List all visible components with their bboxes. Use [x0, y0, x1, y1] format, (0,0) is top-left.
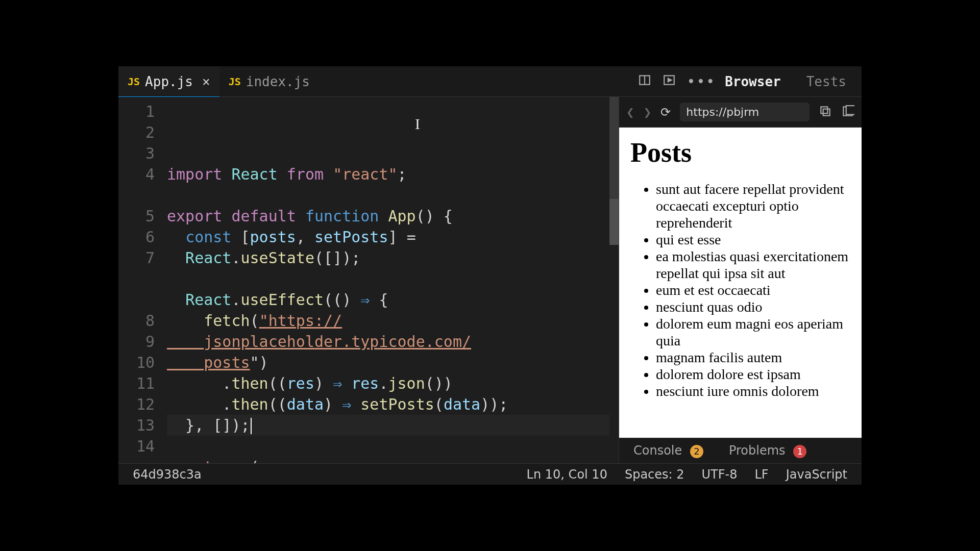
- tab-bar: JS App.js × JS index.js ••• Browser Test…: [118, 66, 862, 97]
- line-number: 14: [118, 436, 155, 457]
- text-cursor-icon: I: [415, 113, 420, 134]
- js-icon: JS: [128, 76, 140, 88]
- line-number: 10: [118, 352, 155, 373]
- cursor-position[interactable]: Ln 10, Col 10: [527, 467, 607, 482]
- line-number: 9: [118, 331, 155, 352]
- list-item: dolorem dolore est ipsam: [656, 366, 850, 383]
- line-number: 3: [118, 143, 155, 164]
- list-item: dolorem eum magni eos aperiam quia: [656, 315, 850, 349]
- line-number: 1: [118, 101, 155, 122]
- line-number: 6: [118, 227, 155, 247]
- tab-label: index.js: [246, 74, 310, 89]
- preview-icon[interactable]: [663, 73, 676, 89]
- commit-hash[interactable]: 64d938c3a: [133, 467, 509, 482]
- code-line[interactable]: return (: [167, 457, 609, 463]
- tab-app-js[interactable]: JS App.js ×: [118, 66, 219, 97]
- scroll-thumb[interactable]: [609, 97, 619, 199]
- line-number: 4: [118, 164, 155, 206]
- problems-label: Problems: [729, 443, 786, 458]
- code-line[interactable]: [167, 436, 609, 457]
- tab-tests[interactable]: Tests: [806, 74, 846, 89]
- scroll-thumb[interactable]: [609, 199, 619, 245]
- svg-rect-4: [823, 109, 830, 115]
- code-line[interactable]: }, []);: [167, 415, 609, 436]
- tab-console[interactable]: Console 2: [633, 443, 703, 458]
- code-line[interactable]: .then((res) ⇒ res.json()): [167, 373, 609, 394]
- console-badge: 2: [690, 445, 703, 458]
- split-vertical-icon[interactable]: [638, 73, 651, 89]
- code-line[interactable]: export default function App() {: [167, 206, 609, 227]
- code-line[interactable]: fetch("https:// jsonplaceholder.typicode…: [167, 310, 609, 373]
- panel-tabs: Browser Tests: [725, 74, 862, 89]
- code-line[interactable]: .then((data) ⇒ setPosts(data));: [167, 394, 609, 415]
- code-line[interactable]: [167, 268, 609, 289]
- eol-info[interactable]: LF: [755, 467, 769, 482]
- copy-icon[interactable]: [819, 105, 832, 120]
- top-icon-group: •••: [638, 73, 725, 90]
- tab-label: App.js: [145, 74, 193, 89]
- more-icon[interactable]: •••: [687, 73, 716, 90]
- svg-rect-5: [821, 107, 827, 113]
- browser-toolbar: ❮ ❯ ⟳ https://pbjrm: [619, 97, 862, 128]
- tab-browser[interactable]: Browser: [725, 74, 781, 89]
- line-number: 11: [118, 373, 155, 394]
- reload-icon[interactable]: ⟳: [660, 105, 671, 119]
- open-external-icon[interactable]: [841, 105, 854, 120]
- devtools-tabs: Console 2 Problems 1: [619, 438, 862, 463]
- list-item: qui est esse: [656, 231, 850, 248]
- code-line[interactable]: React.useEffect(() ⇒ {: [167, 289, 609, 310]
- ide-window: JS App.js × JS index.js ••• Browser Test…: [118, 66, 862, 485]
- browser-viewport[interactable]: Posts sunt aut facere repellat provident…: [619, 128, 862, 438]
- line-number: 8: [118, 310, 155, 331]
- encoding-info[interactable]: UTF-8: [702, 467, 738, 482]
- preview-pane: ❮ ❯ ⟳ https://pbjrm Posts sunt aut facer…: [619, 97, 862, 463]
- forward-icon[interactable]: ❯: [644, 105, 652, 120]
- code-line[interactable]: import React from "react";: [167, 164, 609, 185]
- posts-list: sunt aut facere repellat provident occae…: [630, 181, 850, 399]
- editor-scrollbar[interactable]: [609, 97, 619, 463]
- code-line[interactable]: const [posts, setPosts] = React.useState…: [167, 227, 609, 268]
- code-area[interactable]: I import React from "react"; export defa…: [167, 97, 609, 463]
- caret: [251, 418, 252, 434]
- file-tabs: JS App.js × JS index.js: [118, 66, 638, 97]
- url-input[interactable]: https://pbjrm: [680, 103, 810, 121]
- line-number: 13: [118, 415, 155, 436]
- status-bar: 64d938c3a Ln 10, Col 10 Spaces: 2 UTF-8 …: [118, 463, 862, 485]
- console-label: Console: [633, 443, 682, 458]
- list-item: nesciunt quas odio: [656, 298, 850, 315]
- tab-index-js[interactable]: JS index.js: [219, 66, 319, 97]
- indent-info[interactable]: Spaces: 2: [625, 467, 684, 482]
- line-number: 12: [118, 394, 155, 415]
- line-number: 5: [118, 206, 155, 227]
- svg-marker-3: [668, 79, 671, 82]
- line-gutter: 1234567891011121314: [118, 97, 167, 463]
- main-split: 1234567891011121314 I import React from …: [118, 97, 862, 463]
- language-mode[interactable]: JavaScript: [786, 467, 847, 482]
- js-icon: JS: [229, 76, 241, 88]
- tab-problems[interactable]: Problems 1: [729, 443, 806, 458]
- line-number: 2: [118, 122, 155, 143]
- back-icon[interactable]: ❮: [626, 105, 634, 120]
- line-number: 7: [118, 247, 155, 310]
- problems-badge: 1: [793, 445, 806, 458]
- list-item: eum et est occaecati: [656, 282, 850, 298]
- code-editor[interactable]: 1234567891011121314 I import React from …: [118, 97, 619, 463]
- close-icon[interactable]: ×: [202, 74, 210, 89]
- code-line[interactable]: [167, 185, 609, 206]
- svg-rect-7: [846, 106, 854, 114]
- list-item: nesciunt iure omnis dolorem: [656, 383, 850, 399]
- page-title: Posts: [630, 137, 850, 168]
- list-item: magnam facilis autem: [656, 349, 850, 366]
- list-item: ea molestias quasi exercitationem repell…: [656, 248, 850, 282]
- list-item: sunt aut facere repellat provident occae…: [656, 181, 850, 231]
